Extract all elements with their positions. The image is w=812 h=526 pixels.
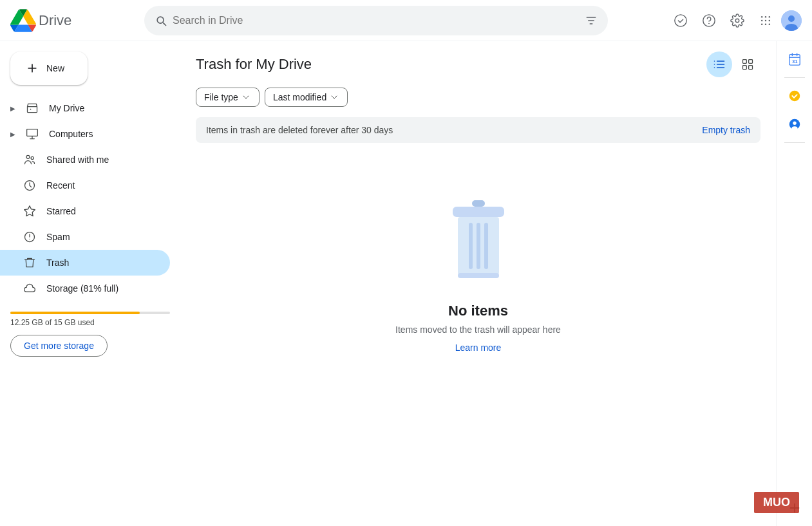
file-type-filter[interactable]: File type	[196, 88, 260, 107]
topbar-right	[668, 8, 802, 33]
sidebar-item-label-storage: Storage (81% full)	[46, 283, 118, 294]
right-sidebar-tasks[interactable]	[782, 83, 807, 109]
sidebar-item-spam[interactable]: Spam	[0, 224, 170, 250]
svg-point-1	[703, 14, 715, 26]
right-sidebar-calendar[interactable]: 31	[782, 46, 807, 72]
svg-rect-28	[453, 207, 504, 217]
sidebar-item-starred[interactable]: Starred	[0, 198, 170, 224]
storage-section: 12.25 GB of 15 GB used Get more storage	[0, 306, 180, 362]
svg-point-14	[788, 15, 795, 22]
search-bar[interactable]	[144, 6, 608, 35]
logo-area: Drive	[10, 8, 139, 33]
avatar[interactable]	[781, 10, 802, 31]
empty-state: No items Items moved to the trash will a…	[196, 158, 760, 391]
right-sidebar-divider-2	[784, 142, 805, 143]
trash-icon	[23, 256, 36, 269]
last-modified-label: Last modified	[273, 92, 326, 102]
shared-icon	[23, 153, 36, 166]
sidebar-item-recent[interactable]: Recent	[0, 173, 170, 198]
spam-icon	[23, 230, 36, 243]
google-apps-icon[interactable]	[753, 8, 779, 33]
svg-point-39	[791, 126, 797, 130]
filter-options-icon[interactable]	[585, 14, 598, 27]
svg-rect-30	[469, 223, 473, 269]
grid-view-button[interactable]	[735, 52, 760, 77]
expand-arrow-my-drive: ▶	[10, 105, 15, 112]
trash-notice: Items in trash are deleted forever after…	[196, 117, 760, 143]
main-content: Trash for My Drive	[180, 41, 776, 526]
recent-icon	[23, 179, 36, 192]
svg-rect-31	[477, 223, 480, 269]
svg-point-5	[765, 15, 767, 17]
right-sidebar-contacts[interactable]	[782, 111, 807, 137]
svg-rect-24	[749, 60, 753, 64]
sidebar-item-computers[interactable]: ▶ Computers	[0, 121, 170, 147]
my-drive-icon	[26, 102, 39, 115]
expand-arrow-computers: ▶	[10, 131, 15, 138]
svg-point-22	[29, 239, 30, 240]
empty-trash-button[interactable]: Empty trash	[702, 125, 750, 135]
computers-icon	[26, 127, 39, 140]
topbar: Drive	[0, 0, 812, 41]
app-name: Drive	[39, 12, 71, 29]
content-header: Trash for My Drive	[196, 52, 760, 77]
starred-icon	[23, 205, 36, 218]
svg-rect-23	[743, 60, 747, 64]
svg-rect-25	[743, 66, 747, 70]
svg-point-4	[761, 15, 763, 17]
svg-point-18	[26, 155, 30, 158]
last-modified-filter[interactable]: Last modified	[265, 88, 348, 107]
settings-icon[interactable]	[724, 8, 750, 33]
svg-point-0	[675, 14, 686, 26]
filter-row: File type Last modified	[196, 88, 760, 107]
view-toggle	[706, 52, 760, 77]
svg-point-2	[709, 23, 710, 24]
empty-state-title: No items	[448, 303, 508, 319]
sidebar-item-label-starred: Starred	[46, 206, 76, 216]
search-input[interactable]	[173, 15, 580, 26]
sidebar-item-my-drive[interactable]: ▶ My Drive	[0, 95, 170, 121]
svg-rect-26	[749, 66, 753, 70]
list-view-button[interactable]	[706, 52, 732, 77]
sidebar-item-label-computers: Computers	[49, 129, 93, 139]
sidebar-item-label-recent: Recent	[46, 180, 75, 191]
svg-rect-17	[27, 129, 38, 136]
check-icon[interactable]	[668, 8, 694, 33]
sidebar-item-storage[interactable]: Storage (81% full)	[0, 276, 170, 301]
page-title: Trash for My Drive	[196, 56, 312, 73]
svg-point-6	[769, 15, 771, 17]
svg-point-16	[30, 109, 32, 110]
sidebar-item-label-my-drive: My Drive	[49, 103, 84, 113]
sidebar: New ▶ My Drive ▶ Computers	[0, 41, 180, 526]
svg-point-11	[765, 23, 767, 25]
storage-bar-fill	[10, 312, 140, 314]
svg-point-38	[793, 121, 797, 125]
svg-rect-27	[472, 200, 485, 207]
svg-rect-32	[484, 223, 488, 269]
svg-rect-33	[458, 273, 499, 278]
sidebar-item-label-spam: Spam	[46, 232, 70, 242]
trash-illustration	[440, 197, 517, 287]
svg-point-12	[769, 23, 771, 25]
sidebar-item-label-shared: Shared with me	[46, 155, 109, 165]
sidebar-item-shared[interactable]: Shared with me	[0, 147, 170, 173]
help-icon[interactable]	[696, 8, 722, 33]
svg-point-36	[789, 91, 800, 102]
right-sidebar: 31	[776, 41, 812, 526]
svg-point-10	[761, 23, 763, 25]
drive-logo-icon	[10, 8, 36, 33]
svg-text:31: 31	[792, 59, 797, 64]
trash-notice-text: Items in trash are deleted forever after…	[206, 125, 393, 135]
new-button[interactable]: New	[10, 52, 88, 85]
storage-cloud-icon	[23, 282, 36, 295]
learn-more-link[interactable]: Learn more	[455, 343, 502, 353]
storage-used-text: 12.25 GB of 15 GB used	[10, 318, 170, 327]
right-sidebar-divider	[784, 77, 805, 78]
svg-point-9	[769, 19, 771, 21]
get-more-storage-button[interactable]: Get more storage	[10, 335, 108, 357]
sidebar-item-trash[interactable]: Trash	[0, 250, 170, 276]
watermark: MUO	[754, 492, 799, 513]
svg-point-7	[761, 19, 763, 21]
svg-point-19	[31, 156, 33, 159]
file-type-label: File type	[204, 92, 238, 102]
